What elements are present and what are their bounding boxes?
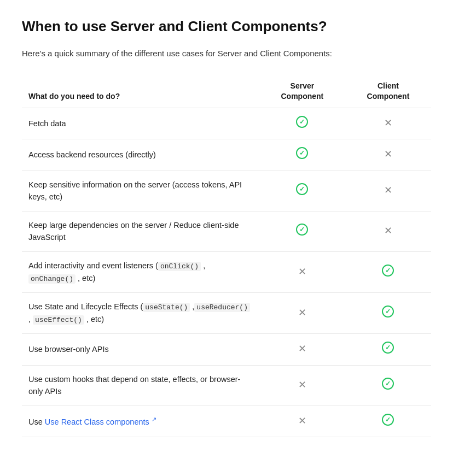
task-description: Use Use React Class components ↗	[22, 406, 259, 437]
check-icon	[382, 378, 394, 390]
task-description: Use custom hooks that depend on state, e…	[22, 365, 259, 406]
task-description: Fetch data	[22, 108, 259, 139]
server-cell	[259, 139, 345, 171]
client-cell: ✕	[345, 171, 431, 211]
table-row: Access backend resources (directly) ✕	[22, 139, 431, 171]
x-icon: ✕	[298, 416, 306, 426]
table-row: Use browser-only APIs ✕	[22, 334, 431, 365]
task-description: Use browser-only APIs	[22, 334, 259, 365]
server-cell: ✕	[259, 406, 345, 437]
task-description: Add interactivity and event listeners (o…	[22, 251, 259, 292]
check-icon	[296, 183, 308, 195]
server-cell: ✕	[259, 293, 345, 334]
col-header-server: Server Component	[259, 75, 345, 108]
intro-text: Here's a quick summary of the different …	[22, 47, 431, 60]
task-description: Use State and Lifecycle Effects (useStat…	[22, 293, 259, 334]
x-icon: ✕	[384, 185, 392, 195]
check-icon	[382, 265, 394, 277]
client-cell: ✕	[345, 108, 431, 139]
page-title: When to use Server and Client Components…	[22, 17, 431, 36]
server-cell	[259, 211, 345, 251]
table-row: Use State and Lifecycle Effects (useStat…	[22, 293, 431, 334]
client-cell	[345, 334, 431, 365]
check-icon	[382, 342, 394, 354]
server-cell	[259, 171, 345, 211]
task-description: Keep sensitive information on the server…	[22, 171, 259, 211]
client-cell	[345, 293, 431, 334]
col-header-task: What do you need to do?	[22, 75, 259, 108]
table-row: Use custom hooks that depend on state, e…	[22, 365, 431, 406]
server-cell	[259, 108, 345, 139]
table-row: Fetch data ✕	[22, 108, 431, 139]
check-icon	[382, 305, 394, 318]
check-icon	[296, 224, 308, 236]
x-icon: ✕	[298, 344, 306, 354]
comparison-table: What do you need to do? Server Component…	[22, 75, 431, 437]
client-cell: ✕	[345, 139, 431, 171]
client-cell	[345, 406, 431, 437]
x-icon: ✕	[298, 267, 306, 277]
react-class-link[interactable]: Use React Class components ↗	[45, 418, 156, 426]
client-cell: ✕	[345, 211, 431, 251]
table-row: Use Use React Class components ↗ ✕	[22, 406, 431, 437]
table-row: Add interactivity and event listeners (o…	[22, 251, 431, 292]
task-description: Access backend resources (directly)	[22, 139, 259, 171]
client-cell	[345, 365, 431, 406]
server-cell: ✕	[259, 334, 345, 365]
x-icon: ✕	[384, 149, 392, 159]
check-icon	[296, 147, 308, 159]
col-header-client: Client Component	[345, 75, 431, 108]
x-icon: ✕	[298, 308, 306, 318]
task-description: Keep large dependencies on the server / …	[22, 211, 259, 251]
client-cell	[345, 251, 431, 292]
x-icon: ✕	[298, 380, 306, 390]
x-icon: ✕	[384, 226, 392, 236]
server-cell: ✕	[259, 365, 345, 406]
check-icon	[382, 414, 394, 426]
table-row: Keep sensitive information on the server…	[22, 171, 431, 211]
table-row: Keep large dependencies on the server / …	[22, 211, 431, 251]
x-icon: ✕	[384, 118, 392, 128]
check-icon	[296, 116, 308, 128]
server-cell: ✕	[259, 251, 345, 292]
